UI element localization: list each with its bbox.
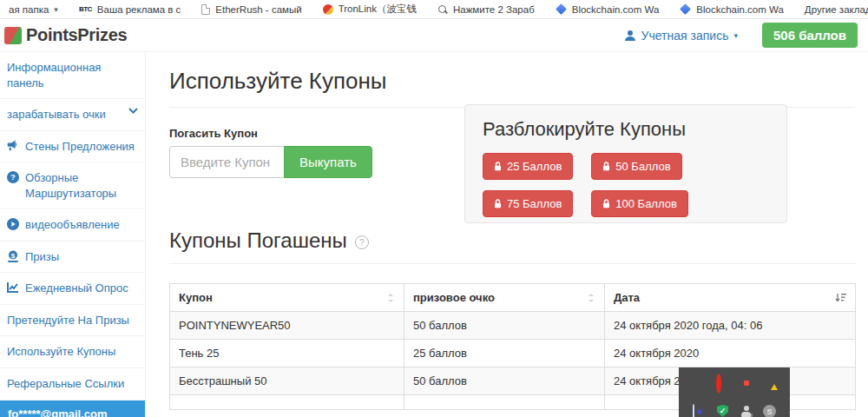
sidebar-item-label: Ежедневный Опрос [25, 281, 138, 296]
btc-icon: BTC [79, 5, 92, 13]
opera-tray-icon[interactable] [716, 376, 729, 389]
media-player-tray-icon[interactable] [693, 405, 706, 417]
page-title: Используйте Купоны [169, 68, 855, 108]
system-tray-popup: ✓ S [679, 367, 790, 417]
help-icon[interactable]: ? [355, 235, 369, 249]
account-label: Учетная запись [641, 29, 729, 43]
bookmark-item[interactable]: TronLink（波宝钱 [323, 3, 417, 16]
sidebar-item-video-ads[interactable]: видеообъявление [0, 209, 145, 242]
sidebar-item-label: Реферальные Ссылки [7, 376, 138, 392]
column-header-points[interactable]: призовое очко [404, 284, 605, 312]
bookmark-item[interactable]: EtherRush - самый [201, 4, 301, 15]
unlock-button-label: 100 Баллов [615, 197, 677, 210]
bookmark-item[interactable]: BTC Ваша реклама в с [79, 4, 181, 15]
bookmark-item[interactable]: Blockchain.com Wa [556, 4, 660, 15]
bookmark-label: EtherRush - самый [215, 4, 301, 15]
play-circle-icon [7, 218, 19, 230]
bookmark-item[interactable]: Нажмите 2 Зараб [437, 4, 535, 15]
points-badge: 506 баллов [762, 23, 858, 48]
brand-logo[interactable]: PointsPrizes [10, 25, 127, 45]
notification-email: fo*****@gmail.com [8, 407, 137, 417]
unlock-25-button[interactable]: 25 Баллов [483, 153, 573, 180]
column-label: Купон [179, 291, 213, 304]
green-shield-check-tray-icon[interactable]: ✓ [716, 405, 729, 417]
s-app-tray-icon[interactable]: S [763, 405, 776, 417]
lock-icon [602, 199, 610, 208]
cell-points: 25 баллов [404, 340, 605, 367]
chart-line-icon [7, 281, 19, 293]
sidebar-item-offer-walls[interactable]: Стены Предложения [0, 131, 145, 163]
defender-shield-tray-icon[interactable] [763, 376, 776, 389]
cell-points: 50 баллов [404, 367, 605, 395]
column-header-date[interactable]: Дата [605, 284, 856, 312]
bookmark-label: TronLink（波宝钱 [339, 3, 417, 16]
sidebar-item-daily-poll[interactable]: Ежедневный Опрос [0, 273, 145, 305]
chevron-down-icon [128, 108, 138, 115]
question-circle-icon: ? [7, 171, 19, 183]
column-label: призовое очко [413, 291, 495, 304]
sidebar-item-claim-prizes[interactable]: Претендуйте На Призы [0, 305, 145, 337]
sidebar-item-use-coupons[interactable]: Используйте Купоны [0, 336, 145, 368]
unlock-75-button[interactable]: 75 Баллов [483, 190, 573, 217]
cell-coupon: Тень 25 [170, 340, 404, 367]
sidebar-item-prizes[interactable]: $ Призы [0, 242, 145, 274]
main-content: Используйте Купоны Погасить Купон Выкупа… [146, 52, 868, 417]
column-header-coupon[interactable]: Купон [170, 284, 404, 312]
bookmark-label: Ваша реклама в с [97, 4, 181, 15]
dollar-hand-icon: $ [7, 250, 19, 262]
sidebar-item-label: Информационная панель [7, 60, 138, 90]
unlock-50-button[interactable]: 50 Баллов [591, 153, 681, 180]
table-row: POINTYNEWYEAR50 50 баллов 24 октября 202… [170, 312, 856, 340]
sort-icon [386, 293, 395, 303]
megaphone-icon [7, 140, 19, 151]
other-bookmarks-label: Другие закладки [805, 4, 868, 15]
lock-icon [494, 162, 502, 171]
unlock-button-label: 25 Баллов [507, 160, 562, 173]
pointsprizes-logo-icon [4, 27, 22, 44]
unlock-coupons-panel: Разблокируйте Купоны 25 Баллов 50 Баллов [464, 104, 787, 223]
cell-date: 24 октября 2020 года, 04: 06 [605, 312, 856, 340]
blockchain-icon [556, 3, 567, 15]
bookmarks-bar: ая папка ▾ BTC Ваша реклама в с EtherRus… [0, 0, 868, 19]
lock-icon [494, 199, 502, 208]
person-lock-tray-icon[interactable] [740, 405, 753, 417]
redeem-button[interactable]: Выкупать [284, 146, 372, 178]
sidebar-item-referral-links[interactable]: Реферальные Ссылки [0, 368, 145, 400]
blue-red-app-tray-icon[interactable] [740, 376, 753, 389]
coupon-input[interactable] [169, 146, 284, 178]
sidebar-item-label: видеообъявление [25, 217, 138, 233]
unlock-100-button[interactable]: 100 Баллов [591, 190, 688, 217]
svg-text:?: ? [10, 172, 16, 182]
other-bookmarks-button[interactable]: Другие закладки ▾ [805, 4, 868, 15]
sidebar-item-label: Призы [25, 249, 138, 265]
sidebar-item-label: Стены Предложения [25, 139, 138, 155]
section-title: Купоны Погашены [169, 228, 347, 253]
account-menu-button[interactable]: Учетная запись ▾ [624, 29, 738, 43]
unlock-button-label: 50 Баллов [615, 160, 670, 173]
bookmark-label: Blockchain.com Wa [696, 4, 784, 15]
sidebar-item-label: Претендуйте На Призы [7, 313, 138, 328]
sidebar-item-label: Используйте Купоны [7, 344, 138, 360]
sort-icon [587, 293, 595, 303]
table-row: Тень 25 25 баллов 24 октября 2020 [170, 340, 856, 367]
search-icon [437, 4, 448, 15]
user-icon [624, 30, 636, 42]
sidebar-item-dashboard[interactable]: Информационная панель [0, 52, 145, 99]
caret-down-icon: ▾ [733, 31, 738, 40]
cell-coupon: POINTYNEWYEAR50 [170, 312, 404, 340]
display-tray-icon[interactable] [693, 376, 706, 389]
unlock-panel-title: Разблокируйте Купоны [483, 118, 769, 141]
bookmark-folder[interactable]: ая папка ▾ [9, 4, 58, 15]
cell-coupon: Бесстрашный 50 [170, 367, 404, 395]
cell-date: 24 октября 2020 [605, 340, 856, 367]
sidebar-item-label: Обзорные Маршрутизаторы [25, 170, 138, 201]
notification-offer-bonus[interactable]: fo*****@gmail.com Offer Bonus Points [0, 400, 145, 417]
cell-points: 50 баллов [404, 312, 605, 340]
sidebar-item-label: зарабатывать очки [7, 107, 122, 122]
bookmark-label: ая папка [9, 4, 49, 15]
caret-down-icon: ▾ [54, 5, 58, 14]
sidebar-item-earn-points[interactable]: зарабатывать очки [0, 99, 145, 131]
sidebar-item-survey-routers[interactable]: ? Обзорные Маршрутизаторы [0, 162, 145, 209]
bookmark-item[interactable]: Blockchain.com Wa [680, 4, 784, 15]
sidebar: Информационная панель зарабатывать очки … [0, 52, 146, 417]
